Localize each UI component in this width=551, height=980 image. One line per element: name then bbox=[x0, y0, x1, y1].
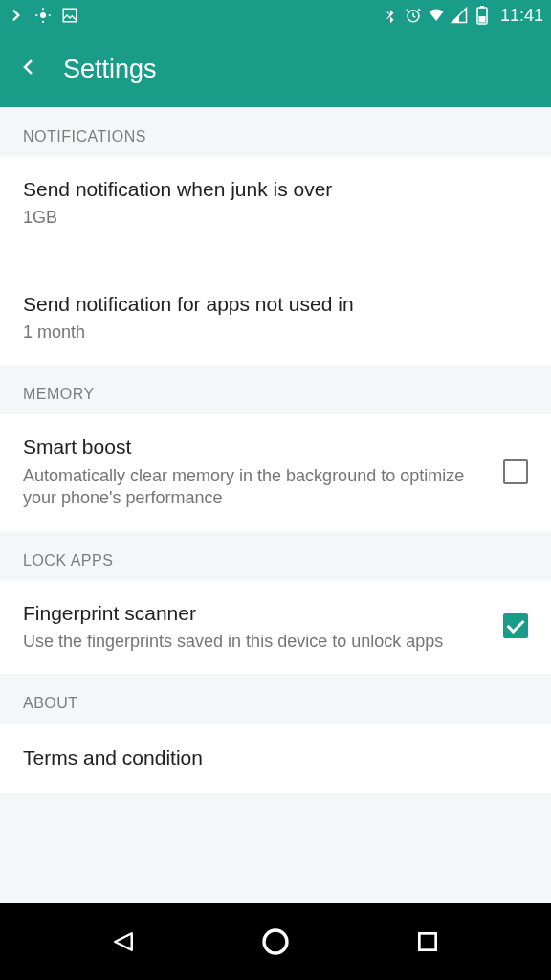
section-notifications: NOTIFICATIONS bbox=[0, 107, 551, 157]
junk-notification-title: Send notification when junk is over bbox=[23, 176, 513, 203]
unused-apps-title: Send notification for apps not used in bbox=[23, 291, 513, 318]
section-memory: MEMORY bbox=[0, 365, 551, 414]
section-about: ABOUT bbox=[0, 674, 551, 724]
status-left bbox=[8, 7, 78, 24]
svg-point-3 bbox=[35, 14, 37, 16]
unused-apps-notification-item[interactable]: Send notification for apps not used in 1… bbox=[0, 272, 551, 366]
bluetooth-icon bbox=[382, 7, 399, 24]
status-time: 11:41 bbox=[500, 6, 543, 26]
nav-back-button[interactable] bbox=[85, 903, 162, 980]
fingerprint-item[interactable]: Fingerprint scanner Use the fingerprints… bbox=[0, 581, 551, 675]
section-lock-apps: LOCK APPS bbox=[0, 531, 551, 581]
svg-rect-8 bbox=[480, 6, 484, 8]
fingerprint-checkbox[interactable] bbox=[503, 613, 528, 638]
wifi-icon bbox=[428, 7, 445, 24]
unused-apps-value: 1 month bbox=[23, 322, 513, 344]
navigation-bar bbox=[0, 903, 551, 980]
signal-icon bbox=[451, 7, 468, 24]
svg-point-2 bbox=[42, 21, 44, 23]
nav-home-button[interactable] bbox=[237, 903, 314, 980]
status-right: 11:41 bbox=[382, 6, 543, 26]
back-button[interactable] bbox=[19, 54, 36, 84]
settings-list: NOTIFICATIONS Send notification when jun… bbox=[0, 107, 551, 903]
fingerprint-title: Fingerprint scanner bbox=[23, 600, 488, 627]
junk-notification-item[interactable]: Send notification when junk is over 1GB bbox=[0, 157, 551, 251]
terms-item[interactable]: Terms and condition bbox=[0, 724, 551, 792]
page-title: Settings bbox=[63, 55, 157, 84]
chevron-right-icon bbox=[8, 7, 25, 24]
svg-point-4 bbox=[49, 14, 51, 16]
target-icon bbox=[34, 7, 52, 24]
svg-point-1 bbox=[42, 8, 44, 10]
terms-title: Terms and condition bbox=[23, 745, 528, 771]
fingerprint-desc: Use the fingerprints saved in this devic… bbox=[23, 631, 488, 653]
svg-rect-5 bbox=[63, 9, 77, 22]
svg-point-0 bbox=[40, 12, 46, 18]
nav-recent-button[interactable] bbox=[389, 903, 466, 980]
junk-notification-value: 1GB bbox=[23, 207, 513, 229]
svg-rect-9 bbox=[478, 16, 485, 23]
app-bar: Settings bbox=[0, 31, 551, 107]
smart-boost-checkbox[interactable] bbox=[503, 459, 528, 484]
smart-boost-desc: Automatically clear memory in the backgr… bbox=[23, 465, 488, 510]
image-icon bbox=[61, 7, 78, 24]
status-bar: 11:41 bbox=[0, 0, 551, 31]
svg-rect-11 bbox=[419, 933, 435, 949]
alarm-icon bbox=[405, 7, 422, 24]
smart-boost-title: Smart boost bbox=[23, 434, 488, 460]
svg-point-10 bbox=[264, 930, 287, 953]
smart-boost-item[interactable]: Smart boost Automatically clear memory i… bbox=[0, 414, 551, 530]
battery-icon bbox=[474, 7, 491, 24]
